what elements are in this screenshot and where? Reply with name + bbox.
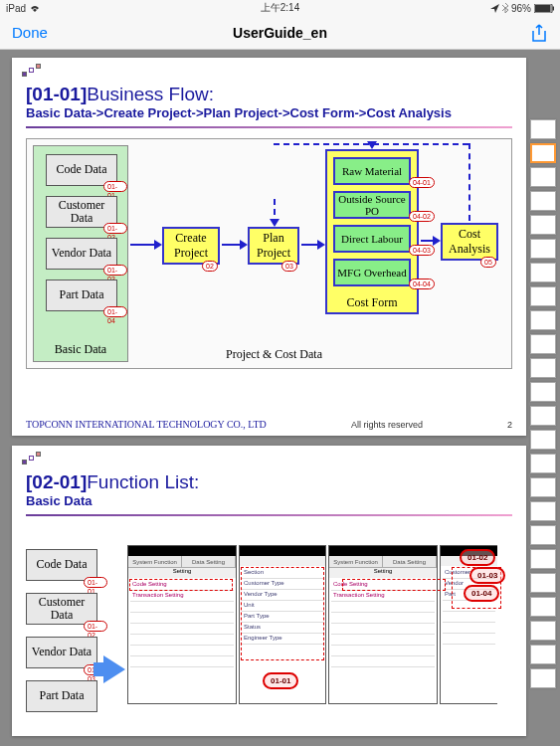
thumb-11[interactable] <box>530 358 556 378</box>
pdf-page-2: [02-01]Function List: Basic Data Code Da… <box>12 446 526 736</box>
footer-rights: All rights reserved <box>351 420 423 430</box>
badge-01-02: 01-02 <box>103 223 127 234</box>
page-thumbnails[interactable] <box>530 119 558 688</box>
thumb-1[interactable] <box>530 119 556 139</box>
thumb-6[interactable] <box>530 239 556 259</box>
location-icon <box>490 4 499 13</box>
page-title: UserGuide_en <box>233 25 327 41</box>
plan-project-box: Plan Project <box>248 227 299 265</box>
status-bar: iPad 上午2:14 96% <box>0 0 560 16</box>
direct-labour-box: Direct Labour <box>333 225 411 253</box>
create-project-box: Create Project <box>162 227 220 265</box>
thumb-2[interactable] <box>530 143 556 163</box>
callout-01-03: 01-03 <box>469 567 505 584</box>
svg-rect-2 <box>553 6 555 10</box>
footer-company: TOPCONN INTERNATIONAL TECHNOLOGY CO., LT… <box>26 419 267 430</box>
battery-pct: 96% <box>511 3 531 14</box>
thumb-21[interactable] <box>530 597 556 617</box>
thumb-23[interactable] <box>530 645 556 664</box>
basic-data-label: Basic Data <box>34 342 127 357</box>
flow-arrow <box>93 662 103 676</box>
pdf-page-1: [01-01]Business Flow: Basic Data->Create… <box>12 58 526 436</box>
thumb-16[interactable] <box>530 477 556 497</box>
thumb-17[interactable] <box>530 501 556 521</box>
business-flow-diagram: Code Data 01-01 Customer Data 01-02 Vend… <box>26 138 512 369</box>
thumb-13[interactable] <box>530 406 556 426</box>
thumb-5[interactable] <box>530 215 556 235</box>
badge: 01-01 <box>84 577 107 588</box>
badge-05: 05 <box>480 257 496 268</box>
outside-source-box: Outside Source PO <box>333 191 411 219</box>
status-time: 上午2:14 <box>261 1 299 15</box>
section-subtitle: Basic Data->Create Project->Plan Project… <box>26 105 512 122</box>
logo-icon <box>22 64 44 82</box>
badge-04-01: 04-01 <box>409 177 435 188</box>
badge-04-04: 04-04 <box>409 279 435 289</box>
footer-page-num: 2 <box>507 420 512 430</box>
badge-01-01: 01-01 <box>103 181 127 192</box>
screenshot-1: System FunctionData Setting Setting Code… <box>127 545 237 704</box>
project-cost-label: Project & Cost Data <box>226 347 322 362</box>
highlight-box <box>342 579 446 591</box>
page-footer: TOPCONN INTERNATIONAL TECHNOLOGY CO., LT… <box>26 419 512 430</box>
highlight-box <box>241 567 324 660</box>
thumb-24[interactable] <box>530 668 556 688</box>
thumb-19[interactable] <box>530 549 556 569</box>
basic-data-column: Code Data 01-01 Customer Data 01-02 Vend… <box>33 145 128 362</box>
cost-form-group: Raw Material Outside Source PO Direct La… <box>325 149 419 314</box>
thumb-8[interactable] <box>530 286 556 306</box>
badge-04-03: 04-03 <box>409 245 435 256</box>
thumb-12[interactable] <box>530 382 556 402</box>
thumb-22[interactable] <box>530 621 556 641</box>
part-data-box: Part Data <box>26 680 97 712</box>
nav-bar: Done UserGuide_en <box>0 16 560 50</box>
section-code: [01-01] <box>26 84 87 104</box>
section-title: Business Flow: <box>87 84 214 104</box>
done-button[interactable]: Done <box>12 24 48 41</box>
thumb-3[interactable] <box>530 167 556 187</box>
divider <box>26 514 512 516</box>
thumb-14[interactable] <box>530 430 556 450</box>
callout-01-04: 01-04 <box>464 585 499 602</box>
section-subtitle: Basic Data <box>26 493 512 510</box>
section-code: [02-01] <box>26 471 87 492</box>
svg-rect-1 <box>535 5 551 12</box>
wifi-icon <box>29 4 41 13</box>
badge-01-04: 01-04 <box>103 306 127 317</box>
page2-title-block: [02-01]Function List: Basic Data <box>26 471 512 516</box>
callout-01-01: 01-01 <box>263 672 298 689</box>
badge-04-02: 04-02 <box>409 211 435 222</box>
thumb-15[interactable] <box>530 454 556 473</box>
logo-icon <box>22 452 44 469</box>
thumb-7[interactable] <box>530 263 556 282</box>
battery-icon <box>534 4 554 13</box>
document-viewer[interactable]: [01-01]Business Flow: Basic Data->Create… <box>0 50 560 746</box>
divider <box>26 126 512 128</box>
thumb-18[interactable] <box>530 525 556 545</box>
basic-data-sidebar: Code Data 01-01 Customer Data 01-02 Vend… <box>26 549 107 728</box>
badge-03: 03 <box>281 261 297 272</box>
device-label: iPad <box>6 3 26 14</box>
thumb-4[interactable] <box>530 191 556 211</box>
cost-form-label: Cost Form <box>327 295 417 310</box>
highlight-box <box>129 579 233 591</box>
callout-01-02: 01-02 <box>460 549 495 566</box>
screenshot-3: System FunctionData Setting Setting Code… <box>328 545 438 704</box>
section-title: Function List: <box>87 471 199 492</box>
page1-title-block: [01-01]Business Flow: Basic Data->Create… <box>26 84 512 128</box>
mfg-overhead-box: MFG Overhead <box>333 259 411 286</box>
badge: 01-02 <box>84 621 107 632</box>
thumb-10[interactable] <box>530 334 556 354</box>
bluetooth-icon <box>502 3 508 13</box>
raw-material-box: Raw Material <box>333 157 411 185</box>
cost-analysis-box: Cost Analysis <box>441 223 498 261</box>
flow-arrow-icon <box>103 655 125 683</box>
badge-01-03: 01-03 <box>103 265 127 276</box>
thumb-20[interactable] <box>530 573 556 593</box>
share-icon[interactable] <box>530 24 548 42</box>
badge-02: 02 <box>202 261 218 272</box>
thumb-9[interactable] <box>530 310 556 330</box>
